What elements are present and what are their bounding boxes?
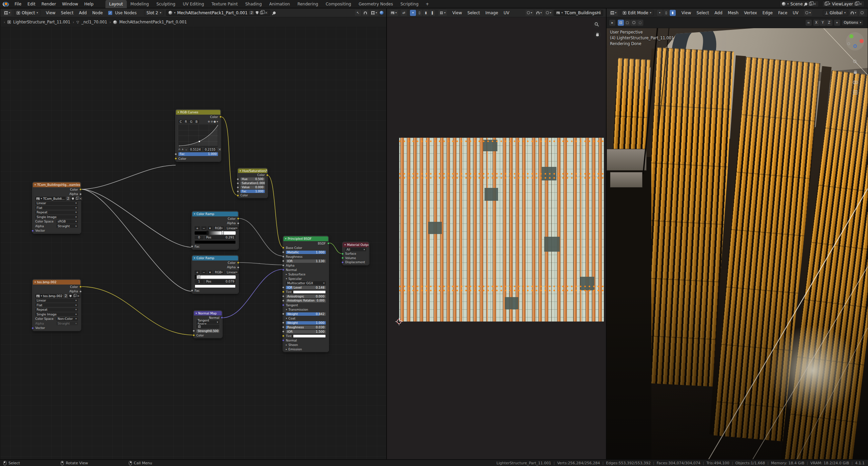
output-socket-normal[interactable] [221, 316, 223, 319]
axis-y-handle[interactable] [849, 34, 853, 38]
input-socket-coat-ior[interactable] [282, 330, 284, 333]
output-socket-color[interactable] [219, 116, 222, 118]
interpolation-dropdown[interactable]: Linear▾ [35, 201, 78, 205]
copy-icon[interactable] [76, 197, 78, 200]
input-socket-normal[interactable] [282, 269, 284, 271]
material-preview-icon[interactable] [380, 11, 383, 15]
emission-section[interactable]: ▸Emission [283, 347, 328, 351]
menu-item[interactable]: Select [465, 11, 483, 15]
input-socket-specular-tint[interactable] [282, 291, 284, 293]
input-socket-color[interactable] [237, 194, 239, 197]
fake-user-shield-icon[interactable] [72, 197, 74, 200]
viewport-3d[interactable]: ▾ Edit Mode ▾ • ▯ ▮ ViewSelectAddMeshVer… [606, 8, 868, 460]
input-socket-coat-roughness[interactable] [282, 326, 284, 328]
options-dropdown[interactable]: Options ▾ [842, 20, 864, 26]
workspace-tab[interactable]: UV Editing [179, 0, 208, 8]
curve-channel-button[interactable]: B [194, 120, 199, 123]
node-header[interactable]: ▾Color Ramp [192, 256, 238, 260]
material-name-field[interactable]: ▾ MechAttachmentPack1_Part_0.001 2 × [166, 10, 270, 16]
pin-icon[interactable] [272, 11, 276, 15]
app-menu-item[interactable]: File [12, 2, 24, 6]
fake-user-shield-icon[interactable] [70, 295, 72, 297]
go-back-icon[interactable]: ↖ [355, 10, 361, 16]
input-socket-coat-tint[interactable] [282, 335, 284, 337]
input-socket-strength[interactable] [193, 330, 195, 332]
shading-dropdown-icon[interactable]: ▾ [804, 10, 812, 16]
stop-color-swatch[interactable] [195, 240, 236, 244]
snapping-magnet-icon[interactable]: ▾ [849, 10, 857, 16]
workspace-tab[interactable]: Scripting [397, 0, 422, 8]
space-dropdown[interactable]: Tangent Space▾ [196, 320, 219, 324]
distribution-dropdown[interactable]: Multiscatter GGX▾ [286, 281, 326, 285]
input-socket-tangent[interactable] [282, 304, 284, 306]
close-icon[interactable]: × [859, 2, 862, 6]
uv-texture-image[interactable] [399, 138, 604, 322]
node-header[interactable]: ▾Hue/Saturation/Value [238, 169, 267, 173]
hue-slider[interactable]: Hue0.500 [240, 177, 265, 181]
curve-point-x-field[interactable]: 0.5124 [189, 148, 202, 151]
node-material-output[interactable]: ▾Material Output All▾ Surface Volume Dis… [342, 242, 369, 265]
input-socket-coat-weight[interactable] [282, 322, 284, 324]
ramp-gradient[interactable] [195, 275, 236, 279]
curve-channel-button[interactable]: C [178, 120, 183, 123]
output-socket-color[interactable] [237, 217, 239, 220]
workspace-tab[interactable]: Sculpting [153, 0, 179, 8]
sheen-section[interactable]: ▸Sheen [283, 343, 328, 347]
ior-slider[interactable]: IOR1.130 [286, 259, 326, 263]
image-datablock[interactable]: ▾ tes.bmp.002 2 × [35, 294, 81, 298]
output-socket-color[interactable] [237, 261, 239, 264]
strength-slider[interactable]: Strength0.500 [196, 329, 219, 333]
extension-dropdown[interactable]: Repeat▾ [35, 211, 78, 214]
ramp-stop-white[interactable] [222, 231, 224, 235]
curve-point-y-field[interactable]: 0.2155 [203, 148, 217, 151]
source-dropdown[interactable]: Single Image▾ [35, 215, 78, 219]
app-menu-item[interactable]: Window [59, 2, 81, 6]
shader-type-dropdown[interactable]: Object ▾ [14, 10, 40, 16]
pan-hand-gizmo-icon[interactable] [853, 70, 858, 75]
node-image-texture-1[interactable]: ▾ TCom_BuildingsHig...eamless_M.jpg.002 … [33, 182, 81, 233]
select-edge-button[interactable]: ▯ [416, 10, 422, 16]
image-datablock-field[interactable]: ▾ TCom_BuildingsHi [554, 10, 603, 16]
input-socket-vector[interactable] [32, 327, 34, 329]
curve-options-icon[interactable]: ▾ [217, 120, 218, 123]
coat-ior-slider[interactable]: IOR1.500 [286, 330, 326, 333]
input-socket-anisotropic-rotation[interactable] [282, 299, 284, 302]
node-header[interactable]: ▾Normal Map [194, 311, 222, 315]
curve-point-icon[interactable]: ● [214, 120, 216, 123]
input-socket-coat-normal[interactable] [282, 339, 284, 342]
output-socket-alpha[interactable] [79, 290, 82, 293]
editor-type-icon[interactable]: ▾ [390, 10, 398, 16]
menu-item[interactable]: Add [712, 11, 725, 15]
coat-weight-slider[interactable]: Weight1.000 [286, 321, 326, 325]
transmission-weight-slider[interactable]: Weight0.842 [286, 312, 326, 316]
ramp-options-icon[interactable]: ▾ [208, 226, 212, 230]
stop-position-field[interactable]: Pos0.291 [205, 236, 236, 239]
output-socket-color[interactable] [79, 286, 82, 288]
remove-stop-button[interactable]: − [201, 270, 207, 274]
menu-item[interactable]: UV [501, 11, 512, 15]
select-circle-tool-button[interactable] [631, 20, 637, 26]
uv-2d-cursor[interactable] [395, 318, 403, 325]
zoom-gizmo-icon[interactable] [593, 21, 600, 28]
menu-item[interactable]: UV [790, 11, 801, 15]
camera-view-gizmo-icon[interactable] [853, 80, 858, 85]
workspace-tab[interactable]: Compositing [322, 0, 355, 8]
input-socket-saturation[interactable] [237, 182, 239, 185]
mirror-axis-button[interactable]: Y [820, 20, 826, 26]
menu-item[interactable]: Vertex [741, 11, 760, 15]
curve-zoom-icon[interactable]: ⊕ [208, 120, 210, 123]
input-socket-fac[interactable] [191, 245, 193, 248]
unlink-icon[interactable]: × [79, 197, 82, 200]
ramp-interpolation-dropdown[interactable]: Linear▾ [225, 270, 239, 274]
menu-item[interactable]: Face [775, 11, 790, 15]
ramp-stop-black[interactable] [195, 275, 197, 279]
input-socket-color[interactable] [175, 157, 177, 160]
app-menu-item[interactable]: Render [38, 2, 59, 6]
ramp-stop-white[interactable] [198, 275, 200, 279]
input-socket-vector[interactable] [32, 230, 34, 232]
extension-dropdown[interactable]: Repeat▾ [35, 308, 78, 312]
fac-slider[interactable]: Fac1.000 [178, 152, 218, 156]
menu-item[interactable]: Select [694, 11, 712, 15]
proportional-editing-icon[interactable]: ▾ [545, 10, 553, 16]
close-icon[interactable]: × [813, 2, 816, 6]
